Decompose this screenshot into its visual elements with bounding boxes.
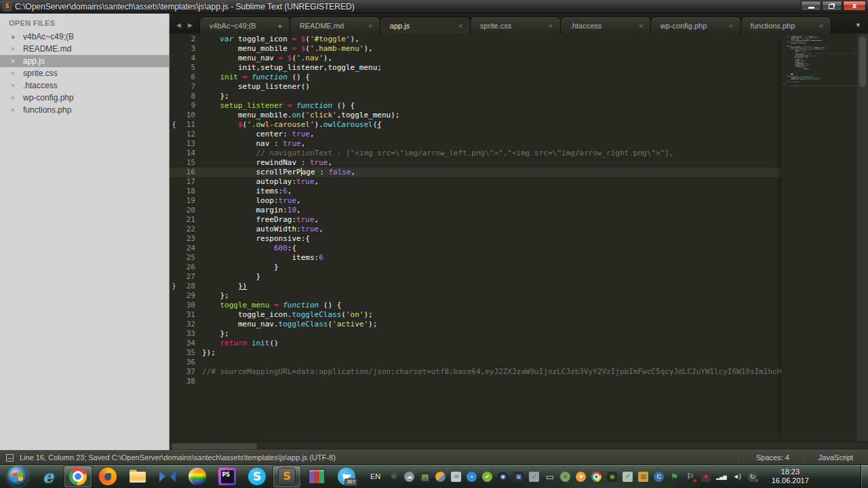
- taskbar-app-sublime-text[interactable]: S: [273, 466, 301, 488]
- close-tab-icon[interactable]: ×: [637, 22, 645, 30]
- tray-antivirus-sync-icon[interactable]: ↻✔: [747, 472, 757, 482]
- close-file-icon[interactable]: ×: [8, 58, 18, 65]
- tray-nvidia-icon[interactable]: ◉: [607, 472, 617, 482]
- code-line-21[interactable]: 21 freeDrag:true,: [170, 215, 868, 225]
- tab-scroll-right-icon[interactable]: ▶: [188, 22, 193, 29]
- close-tab-icon[interactable]: ×: [817, 22, 825, 30]
- tab-functions.php[interactable]: functions.php×: [741, 16, 831, 34]
- minimap[interactable]: var toggle_icon = $('#toggle'), menu_mob…: [781, 34, 857, 441]
- tab-overflow-dropdown-icon[interactable]: ▼: [855, 22, 861, 29]
- tray-storage-icon[interactable]: [435, 472, 446, 482]
- taskbar-app-phpstorm[interactable]: PS: [213, 466, 241, 488]
- tray-cloud-icon[interactable]: ☁: [404, 472, 414, 482]
- tray-steam-icon[interactable]: ◉: [498, 472, 508, 482]
- close-tab-icon[interactable]: ×: [366, 22, 374, 30]
- sidebar-file-wp-config.php[interactable]: ×wp-config.php: [0, 92, 169, 104]
- code-line-6[interactable]: 6 init = function () {: [170, 73, 868, 82]
- code-line-10[interactable]: 10 menu_mobile.on('click',toggle_menu);: [170, 111, 868, 120]
- taskbar-app-firefox[interactable]: [94, 466, 122, 488]
- close-file-icon[interactable]: ×: [8, 94, 18, 102]
- horizontal-scrollbar-thumb[interactable]: [172, 443, 257, 449]
- sidebar-file-v4bac-c49-b[interactable]: ●v4bAc~c49;(B: [0, 31, 169, 43]
- dirty-dot-icon[interactable]: ●: [276, 22, 284, 30]
- tray-display-icon[interactable]: ▭: [545, 472, 555, 482]
- code-line-35[interactable]: 35});: [170, 348, 868, 358]
- code-line-17[interactable]: 17 autoplay:true,: [170, 177, 868, 187]
- close-file-icon[interactable]: ×: [8, 45, 18, 53]
- taskbar-app-visual-studio[interactable]: [153, 466, 182, 488]
- tray-usb-check-icon[interactable]: ✔: [529, 472, 539, 482]
- close-button[interactable]: x: [843, 1, 866, 11]
- code-line-19[interactable]: 19 loop:true,: [170, 196, 868, 206]
- close-file-icon[interactable]: ×: [8, 70, 18, 77]
- code-line-20[interactable]: 20 margin:10,: [170, 206, 868, 215]
- code-area[interactable]: 2 var toggle_icon = $('#toggle'),3 menu_…: [170, 34, 868, 450]
- status-panel-icon[interactable]: [6, 454, 14, 462]
- sidebar-file-functions.php[interactable]: ×functions.php: [0, 104, 169, 116]
- code-line-38[interactable]: 38: [170, 377, 868, 386]
- tray-security-alert-icon[interactable]: ✖: [701, 472, 711, 482]
- taskbar-app-windows-explorer[interactable]: [123, 466, 152, 488]
- code-line-3[interactable]: 3 menu_mobile = $('.hamb-menu'),: [170, 44, 868, 54]
- close-file-icon[interactable]: ×: [8, 82, 18, 90]
- language-indicator[interactable]: EN: [370, 472, 380, 481]
- code-line-28[interactable]: }28 }): [170, 282, 868, 291]
- code-line-29[interactable]: 29 };: [170, 291, 868, 301]
- tab-.htaccess[interactable]: .htaccess×: [560, 16, 651, 34]
- tray-ccleaner-icon[interactable]: C: [654, 472, 664, 482]
- tray-case-icon[interactable]: ▤: [638, 472, 648, 482]
- taskbar-app-color-sphere[interactable]: [183, 466, 212, 488]
- code-line-37[interactable]: 37//# sourceMappingURL=data:application/…: [170, 367, 868, 377]
- code-line-33[interactable]: 33 };: [170, 329, 868, 339]
- tab-wp-config.php[interactable]: wp-config.php×: [650, 16, 741, 34]
- code-line-13[interactable]: 13 nav : true,: [170, 139, 868, 149]
- minimize-button[interactable]: [801, 1, 821, 11]
- restore-button[interactable]: [822, 1, 842, 11]
- taskbar-clock[interactable]: 18:23 16.06.2017: [763, 468, 817, 485]
- code-line-34[interactable]: 34 return init(): [170, 339, 868, 348]
- sidebar-file-sprite.css[interactable]: ×sprite.css: [0, 67, 169, 79]
- code-line-24[interactable]: 24 600:{: [170, 244, 868, 253]
- indentation-status[interactable]: Spaces: 4: [742, 451, 803, 464]
- horizontal-scrollbar[interactable]: [170, 441, 868, 450]
- dirty-dot-icon[interactable]: ●: [8, 33, 18, 41]
- tray-chrome-icon[interactable]: [591, 472, 601, 482]
- vertical-scrollbar[interactable]: [857, 34, 868, 441]
- sidebar-file-readme.md[interactable]: ×README.md: [0, 43, 169, 55]
- tray-network-signal-icon[interactable]: ▂▄▆: [716, 472, 726, 482]
- tab-app.js[interactable]: app.js×: [380, 16, 471, 34]
- code-line-26[interactable]: 26 }: [170, 263, 868, 272]
- tray-leaf-check-icon[interactable]: ✔: [482, 472, 492, 482]
- code-line-8[interactable]: 8 };: [170, 92, 868, 101]
- taskbar-app-skype[interactable]: S: [243, 466, 271, 488]
- close-tab-icon[interactable]: ×: [547, 22, 555, 30]
- code-line-27[interactable]: 27 }: [170, 272, 868, 282]
- code-line-18[interactable]: 18 items:6,: [170, 187, 868, 196]
- code-line-14[interactable]: 14 // navigationText : ["<img src=\"img/…: [170, 149, 868, 158]
- taskbar-app-telegram[interactable]: 307: [332, 466, 361, 488]
- tab-v4bac-c49-b[interactable]: v4bAc~c49;(B●: [199, 16, 290, 34]
- tray-clipboard-icon[interactable]: ▤: [420, 472, 430, 482]
- tray-blue-dot-icon[interactable]: ●: [467, 472, 477, 482]
- sidebar-file-.htaccess[interactable]: ×.htaccess: [0, 79, 169, 92]
- code-line-30[interactable]: 30 toggle_menu = function () {: [170, 301, 868, 310]
- taskbar-app-chrome[interactable]: [64, 466, 92, 488]
- close-tab-icon[interactable]: ×: [456, 22, 465, 30]
- tray-globe-error-icon[interactable]: ✖: [560, 472, 570, 482]
- start-button[interactable]: [3, 466, 33, 488]
- tab-sprite.css[interactable]: sprite.css×: [470, 16, 561, 34]
- taskbar-app-winrar[interactable]: [302, 466, 331, 488]
- syntax-status[interactable]: JavaScript: [803, 451, 868, 464]
- code-line-12[interactable]: 12 center: true,: [170, 130, 868, 139]
- code-line-25[interactable]: 25 items:6: [170, 253, 868, 263]
- tray-dual-monitor-icon[interactable]: ▣: [513, 472, 524, 482]
- code-line-15[interactable]: 15 rewindNav : true,: [170, 158, 868, 168]
- code-line-22[interactable]: 22 autoWidth:true,: [170, 225, 868, 234]
- tray-action-center-flag-icon[interactable]: ⚐✖: [685, 472, 695, 482]
- tray-asterisk-icon[interactable]: ✱: [389, 472, 399, 482]
- code-line-31[interactable]: 31 toggle_icon.toggleClass('on');: [170, 310, 868, 320]
- code-line-32[interactable]: 32 menu_nav.toggleClass('active');: [170, 320, 868, 329]
- tab-readme.md[interactable]: README.md×: [290, 16, 380, 34]
- code-lines[interactable]: 2 var toggle_icon = $('#toggle'),3 menu_…: [170, 34, 868, 441]
- tray-document-sync-icon[interactable]: ✉: [451, 472, 461, 482]
